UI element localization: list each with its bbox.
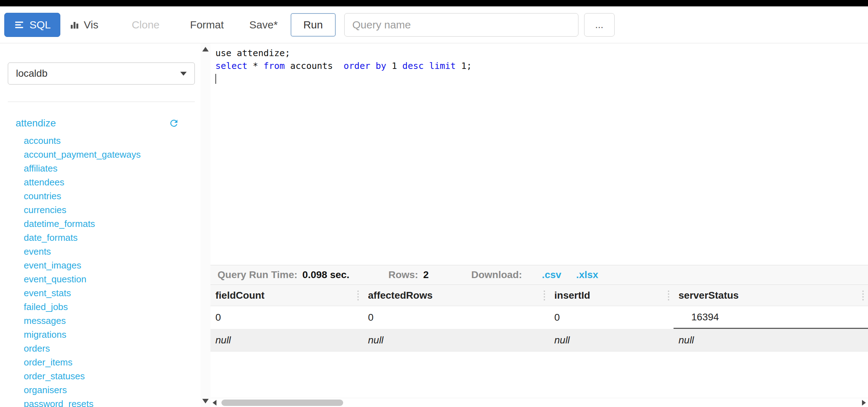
sidebar-table-item[interactable]: failed_jobs	[0, 300, 200, 314]
connection-selected-value: localdb	[16, 68, 48, 79]
rows-value: 2	[423, 269, 429, 281]
sql-keyword: desc	[402, 61, 424, 71]
sql-keyword: order by	[344, 61, 386, 71]
results-rows: 00016394nullnullnullnull	[210, 306, 868, 352]
column-header-label: insertId	[554, 290, 590, 301]
column-resize-grip-icon[interactable]	[357, 291, 359, 300]
sidebar-table-item[interactable]: migrations	[0, 328, 200, 342]
table-cell[interactable]: null	[674, 329, 868, 351]
sql-text: 1;	[456, 61, 472, 71]
table-cell[interactable]: null	[363, 329, 549, 351]
sidebar-table-item[interactable]: event_stats	[0, 286, 200, 300]
sidebar-divider	[8, 102, 195, 102]
column-resize-grip-icon[interactable]	[862, 291, 864, 300]
chevron-down-icon	[180, 72, 187, 76]
results-header-row: fieldCountaffectedRowsinsertIdserverStat…	[210, 285, 868, 306]
run-time-label: Query Run Time:	[218, 269, 297, 281]
column-resize-grip-icon[interactable]	[544, 291, 545, 300]
code-line: use attendize;	[215, 47, 868, 60]
table-cell[interactable]: 0	[549, 306, 674, 329]
browser-chrome-strip	[0, 0, 868, 6]
toolbar: SQL Vis Clone Format Save* Run ...	[0, 6, 868, 43]
table-cell[interactable]: 0	[363, 306, 549, 329]
sidebar-table-item[interactable]: date_formats	[0, 231, 200, 245]
format-button[interactable]: Format	[190, 19, 224, 31]
sidebar-table-item[interactable]: password_resets	[0, 397, 200, 407]
sidebar-table-item[interactable]: organisers	[0, 383, 200, 397]
main-area: localdb attendize accountsaccount_paymen…	[0, 43, 868, 407]
sidebar-table-item[interactable]: countries	[0, 189, 200, 203]
sidebar-table-item[interactable]: event_question	[0, 272, 200, 286]
results-bar: Query Run Time: 0.098 sec. Rows: 2 Downl…	[210, 265, 868, 285]
save-button[interactable]: Save*	[249, 19, 278, 31]
schema-sidebar: localdb attendize accountsaccount_paymen…	[0, 43, 200, 407]
sql-tab-label: SQL	[29, 19, 51, 31]
tables-list: accountsaccount_payment_gatewaysaffiliat…	[0, 134, 200, 407]
sql-text: *	[247, 61, 263, 71]
sidebar-scrollbar[interactable]	[200, 43, 210, 407]
sql-text: accounts	[285, 61, 344, 71]
scroll-right-icon[interactable]	[862, 400, 866, 406]
table-cell[interactable]: null	[210, 329, 363, 351]
refresh-schema-button[interactable]	[169, 118, 179, 129]
sql-text: use attendize;	[215, 48, 290, 58]
sidebar-table-item[interactable]: currencies	[0, 203, 200, 217]
table-cell[interactable]: 16394	[674, 306, 868, 329]
download-xlsx-link[interactable]: .xlsx	[576, 269, 598, 281]
run-time-value: 0.098 sec.	[302, 269, 349, 281]
sidebar-table-item[interactable]: messages	[0, 314, 200, 328]
rows-label: Rows:	[388, 269, 418, 281]
horizontal-scrollbar-thumb[interactable]	[221, 400, 343, 406]
sql-tab-button[interactable]: SQL	[4, 13, 60, 37]
table-cell[interactable]: null	[549, 329, 674, 351]
sql-text: 1	[386, 61, 402, 71]
sidebar-table-item[interactable]: affiliates	[0, 162, 200, 175]
clone-button[interactable]: Clone	[132, 19, 159, 31]
column-header-label: affectedRows	[368, 290, 433, 301]
text-cursor	[215, 74, 216, 84]
schema-name[interactable]: attendize	[16, 118, 56, 129]
sql-keyword: from	[263, 61, 285, 71]
vis-tab-button[interactable]: Vis	[70, 19, 98, 31]
sidebar-table-item[interactable]: datetime_formats	[0, 217, 200, 231]
vis-tab-label: Vis	[84, 19, 98, 31]
table-row: nullnullnullnull	[210, 329, 868, 352]
sql-list-icon	[14, 20, 24, 30]
scroll-left-icon[interactable]	[213, 400, 216, 406]
horizontal-scrollbar[interactable]	[210, 398, 868, 407]
sidebar-table-item[interactable]: event_images	[0, 259, 200, 272]
column-header-label: fieldCount	[215, 290, 264, 301]
schema-row: attendize	[16, 118, 179, 129]
sidebar-table-item[interactable]: order_statuses	[0, 369, 200, 383]
code-line: select * from accounts order by 1 desc l…	[215, 60, 868, 72]
sidebar-table-item[interactable]: attendees	[0, 175, 200, 189]
query-content: use attendize;select * from accounts ord…	[210, 43, 868, 407]
table-cell[interactable]: 0	[210, 306, 363, 329]
download-csv-link[interactable]: .csv	[542, 269, 561, 281]
sql-editor[interactable]: use attendize;select * from accounts ord…	[210, 43, 868, 265]
sidebar-table-item[interactable]: accounts	[0, 134, 200, 148]
sql-keyword: select	[215, 61, 247, 71]
sidebar-table-item[interactable]: order_items	[0, 356, 200, 369]
column-resize-grip-icon[interactable]	[668, 291, 669, 300]
download-label: Download:	[471, 269, 522, 281]
sql-keyword: limit	[429, 61, 456, 71]
more-options-button[interactable]: ...	[584, 13, 615, 37]
refresh-icon	[169, 124, 179, 130]
bar-chart-icon	[70, 20, 79, 30]
query-name-input[interactable]	[344, 13, 578, 37]
scroll-down-icon[interactable]	[202, 399, 209, 403]
sidebar-table-item[interactable]: orders	[0, 342, 200, 356]
sql-text	[424, 61, 429, 71]
table-row: 00016394	[210, 306, 868, 329]
scroll-up-icon[interactable]	[202, 47, 209, 51]
sidebar-table-item[interactable]: events	[0, 245, 200, 259]
column-header-fieldCount[interactable]: fieldCount	[210, 285, 363, 306]
column-header-insertId[interactable]: insertId	[549, 285, 674, 306]
connection-select[interactable]: localdb	[8, 63, 195, 85]
sidebar-table-item[interactable]: account_payment_gateways	[0, 148, 200, 162]
column-header-serverStatus[interactable]: serverStatus	[674, 285, 868, 306]
run-button[interactable]: Run	[291, 13, 336, 37]
column-header-affectedRows[interactable]: affectedRows	[363, 285, 549, 306]
column-header-label: serverStatus	[679, 290, 739, 301]
